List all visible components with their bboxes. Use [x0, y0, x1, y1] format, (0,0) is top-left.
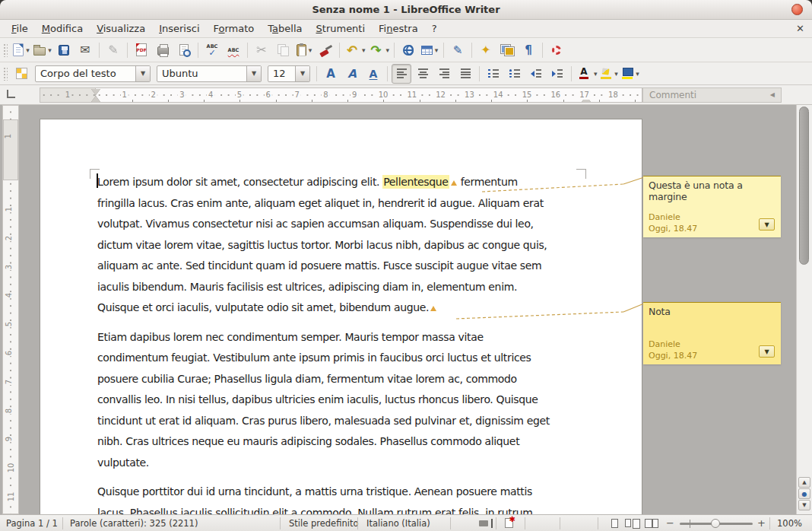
redo-button[interactable]: ↷▾ [368, 40, 391, 60]
zoom-slider-knob[interactable] [711, 519, 720, 528]
text-line[interactable]: condimentum feugiat. Vestibulum ante ips… [97, 348, 550, 369]
first-line-indent-marker[interactable] [91, 89, 100, 95]
text-line[interactable]: iaculis bibendum. Mauris facilisis est u… [97, 277, 550, 298]
paragraph-style-combo[interactable]: Corpo del testo▼ [35, 65, 151, 82]
insert-table-button[interactable]: ▾ [420, 40, 439, 60]
comment-anchor-icon[interactable] [451, 180, 457, 186]
font-name-combo-dropdown[interactable]: ▼ [246, 66, 261, 81]
margin-comment-2[interactable]: Nota Daniele Oggi, 18.47 ▼ [643, 302, 781, 364]
increase-indent-button[interactable] [547, 64, 567, 84]
paste-button[interactable]: ▾ [294, 40, 314, 60]
text-line[interactable]: vulputate. [97, 453, 550, 474]
titlebar[interactable]: Senza nome 1 - LibreOffice Writer [0, 0, 812, 20]
bold-button[interactable]: A [321, 64, 341, 84]
bullet-list-button[interactable] [505, 64, 525, 84]
menu-tabella[interactable]: Tabella [261, 20, 309, 38]
single-page-view-button[interactable] [611, 519, 618, 528]
decrease-indent-button[interactable] [526, 64, 546, 84]
export-pdf-button[interactable]: PDF [132, 40, 151, 60]
close-window-button[interactable] [791, 4, 803, 15]
menu-formato[interactable]: Formato [207, 20, 262, 38]
multi-page-view-button[interactable] [625, 519, 631, 527]
paragraph-style-combo-dropdown[interactable]: ▼ [135, 66, 150, 81]
text-line[interactable]: Quisque et orci iaculis, vulputate odio … [97, 297, 550, 319]
font-size-combo[interactable]: 12▼ [268, 65, 310, 82]
styles-button[interactable] [11, 64, 31, 84]
close-document-icon[interactable]: ✕ [796, 20, 804, 38]
navigation-button[interactable]: ● [798, 488, 810, 499]
draw-functions-button[interactable]: ✎ [448, 40, 468, 60]
font-color-button-dropdown[interactable]: ▾ [594, 70, 598, 78]
zoom-out-button[interactable]: − [666, 515, 674, 531]
align-left-button[interactable] [392, 64, 411, 84]
text-line[interactable]: Lorem ipsum dolor sit amet, consectetur … [97, 172, 550, 193]
book-view-button[interactable] [645, 519, 658, 528]
toolbar-grip[interactable] [3, 67, 8, 81]
menu-modifica[interactable]: Modifica [35, 20, 90, 38]
new-document-button[interactable]: ▾ [11, 40, 31, 60]
language-status[interactable]: Italiano (Italia) [360, 515, 436, 531]
email-button[interactable]: ✉ [75, 40, 95, 60]
print-button[interactable] [153, 40, 173, 60]
comment-menu-button[interactable]: ▼ [759, 345, 775, 358]
left-indent-marker[interactable] [91, 96, 100, 102]
zoom-slider[interactable] [680, 523, 753, 525]
clone-formatting-button[interactable] [316, 40, 335, 60]
navigator-button[interactable]: ✦ [476, 40, 496, 60]
align-center-button[interactable] [413, 64, 433, 84]
text-line[interactable]: aliquam ac ante. Sed tincidunt quam id p… [97, 256, 550, 277]
text-line[interactable]: fringilla lacus. Cras enim ante, aliquam… [97, 193, 550, 215]
word-count-status[interactable]: Parole (caratteri): 325 (2211) [64, 515, 204, 531]
previous-page-button[interactable]: ▲ [798, 477, 810, 488]
font-name-combo[interactable]: Ubuntu▼ [157, 65, 262, 82]
undo-button-dropdown[interactable]: ▾ [362, 46, 366, 54]
print-preview-button[interactable] [174, 40, 194, 60]
page-style-status[interactable]: Stile predefinito [283, 515, 364, 531]
menu-strumenti[interactable]: Strumenti [309, 20, 373, 38]
zoom-in-button[interactable]: + [757, 515, 766, 531]
menu-inserisci[interactable]: Inserisci [152, 20, 206, 38]
menu-visualizza[interactable]: Visualizza [90, 20, 152, 38]
spellcheck-button[interactable]: ABC✓ [202, 40, 222, 60]
underline-button[interactable]: A [363, 64, 383, 84]
redo-button-dropdown[interactable]: ▾ [386, 46, 390, 54]
font-color-button[interactable]: A▾ [576, 64, 598, 84]
justify-button[interactable] [455, 64, 475, 84]
comment-menu-button[interactable]: ▼ [759, 218, 775, 231]
vertical-scrollbar[interactable]: ▲ ● ▼ [796, 105, 812, 514]
auto-spellcheck-button[interactable]: ABC [224, 40, 243, 60]
margin-comment-1[interactable]: Questa è una nota a margine Daniele Oggi… [643, 176, 781, 237]
menu-help[interactable]: ? [425, 20, 444, 38]
text-line[interactable]: posuere cubilia Curae; Phasellus ligula … [97, 369, 550, 390]
help-button[interactable] [547, 40, 566, 60]
text-line[interactable]: tincidunt ut erat id aliquam. Cras purus… [97, 411, 550, 432]
new-document-button-dropdown[interactable]: ▾ [26, 46, 30, 54]
zoom-level-status[interactable]: 100% [771, 515, 808, 531]
toolbar-grip[interactable] [3, 43, 8, 57]
commented-text-highlight[interactable]: Pellentesque [382, 175, 449, 189]
comments-collapse-icon[interactable]: ◀ [770, 88, 775, 102]
open-button[interactable]: ▾ [33, 40, 52, 60]
highlight-color-button[interactable]: ▾ [600, 64, 620, 84]
insert-mode-status[interactable] [473, 515, 494, 531]
menu-finestra[interactable]: Finestra [372, 20, 425, 38]
comments-header-button[interactable]: Commenti ◀ [642, 87, 782, 103]
text-line[interactable]: dictum vitae lorem vitae, sagittis luctu… [97, 235, 550, 256]
page[interactable]: Lorem ipsum dolor sit amet, consectetur … [40, 119, 642, 514]
numbered-list-button[interactable] [484, 64, 503, 84]
save-button[interactable] [54, 40, 74, 60]
text-line[interactable]: nibh. Cras ultrices neque eu mauris adip… [97, 431, 550, 453]
page-number-status[interactable]: Pagina 1 / 1 [0, 515, 64, 531]
comment-anchor-icon[interactable] [430, 306, 436, 311]
vertical-ruler[interactable]: 1 1234567891011 [2, 105, 19, 514]
insert-table-button-dropdown[interactable]: ▾ [435, 46, 439, 54]
text-line[interactable]: volutpat. Vivamus consectetur nisi ac sa… [97, 214, 550, 235]
modified-status[interactable]: ✱ [499, 515, 519, 531]
hyperlink-button[interactable] [398, 40, 418, 60]
next-page-button[interactable]: ▼ [798, 500, 810, 510]
text-line[interactable]: Quisque porttitor dui id urna tincidunt,… [97, 482, 550, 503]
formatting-marks-button[interactable]: ¶ [519, 40, 538, 60]
menu-file[interactable]: File [5, 20, 35, 38]
highlight-color-button-dropdown[interactable]: ▾ [614, 70, 618, 78]
font-size-combo-dropdown[interactable]: ▼ [295, 66, 309, 81]
